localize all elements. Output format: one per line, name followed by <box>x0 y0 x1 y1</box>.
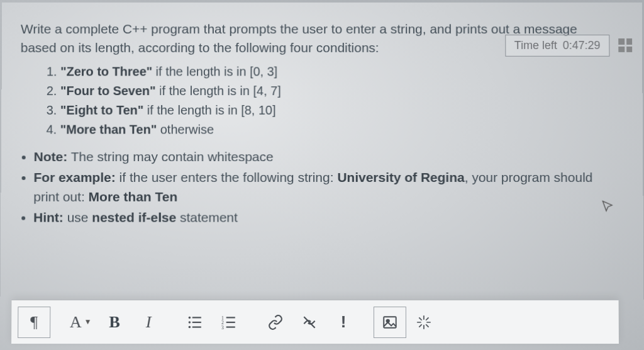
time-left-box: Time left 0:47:29 <box>505 35 610 57</box>
svg-rect-11 <box>226 326 235 327</box>
condition-item: "Eight to Ten" if the length is in [8, 1… <box>60 101 609 120</box>
condition-item: "Four to Seven" if the length is in [4, … <box>60 82 609 100</box>
notes-list: Note: The string may contain whitespace … <box>33 147 609 227</box>
bullet-list-icon <box>187 314 203 330</box>
time-left-label: Time left <box>514 39 557 52</box>
svg-rect-9 <box>226 321 235 322</box>
svg-point-4 <box>189 325 191 327</box>
svg-point-0 <box>189 316 191 318</box>
alert-button[interactable]: ! <box>327 307 360 338</box>
bullet-list-button[interactable] <box>179 307 211 338</box>
cursor-icon <box>601 200 614 217</box>
image-button[interactable] <box>374 307 406 338</box>
note-item: Note: The string may contain whitespace <box>34 147 609 166</box>
svg-rect-3 <box>192 321 201 322</box>
star-button[interactable] <box>408 307 440 338</box>
conditions-list: "Zero to Three" if the length is in [0, … <box>60 63 609 139</box>
editor-toolbar: ¶ A▼ B I 123 ! <box>11 300 619 344</box>
link-button[interactable] <box>259 307 292 338</box>
paragraph-button[interactable]: ¶ <box>18 307 50 338</box>
condition-item: "Zero to Three" if the length is in [0, … <box>60 63 609 81</box>
star-icon <box>416 314 432 330</box>
numbered-list-button[interactable]: 123 <box>213 307 245 338</box>
time-left-value: 0:47:29 <box>563 39 601 52</box>
svg-point-2 <box>189 321 191 323</box>
font-menu-button[interactable]: A▼ <box>64 307 97 338</box>
svg-rect-5 <box>192 326 201 327</box>
grid-icon[interactable] <box>618 38 632 52</box>
hint-item: Hint: use nested if-else statement <box>33 208 609 227</box>
example-item: For example: if the user enters the foll… <box>33 168 609 206</box>
image-icon <box>382 314 398 330</box>
unlink-icon <box>301 314 318 330</box>
link-icon <box>267 314 284 330</box>
numbered-list-icon: 123 <box>221 314 237 330</box>
italic-button[interactable]: I <box>132 307 165 338</box>
unlink-button[interactable] <box>293 307 326 338</box>
svg-text:3: 3 <box>221 324 224 330</box>
svg-rect-1 <box>192 317 201 318</box>
condition-item: "More than Ten" otherwise <box>60 121 609 139</box>
svg-rect-12 <box>384 317 396 327</box>
bold-button[interactable]: B <box>98 307 131 338</box>
svg-rect-7 <box>226 317 235 318</box>
question-page: Time left 0:47:29 Write a complete C++ p… <box>0 3 644 350</box>
